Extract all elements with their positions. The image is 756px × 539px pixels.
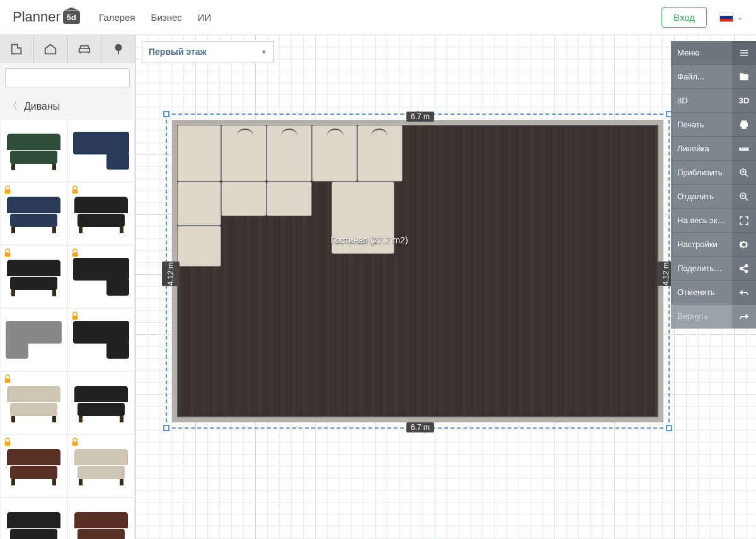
menu-item-label: Настройки <box>671 240 732 249</box>
tab-rooms[interactable] <box>0 35 34 63</box>
menu-item-zoom-in[interactable]: Приблизить <box>671 161 756 185</box>
menu-item-label: Приблизить <box>671 168 732 177</box>
login-button[interactable]: Вход <box>662 7 707 28</box>
menu-item-label: Отдалить <box>671 192 732 201</box>
tree-icon <box>112 42 125 56</box>
menu-item-label: На весь экран <box>671 216 732 225</box>
chevron-left-icon: 〈 <box>8 100 18 113</box>
category-back[interactable]: 〈 Диваны <box>0 93 135 119</box>
catalog-item[interactable] <box>0 245 67 308</box>
nav-gallery[interactable]: Галерея <box>99 12 135 23</box>
3d-icon: 3D <box>732 89 756 113</box>
ruler-icon <box>732 137 756 161</box>
floor-selector[interactable]: Первый этаж ▼ <box>142 41 274 62</box>
right-menu: Меню Файл...3D3DПечатьЛинейкаПриблизитьО… <box>671 41 756 328</box>
menu-item-label: Печать <box>671 120 732 129</box>
redo-icon <box>732 304 756 328</box>
nav-business[interactable]: Бизнес <box>151 12 182 23</box>
logo-text: Planner <box>13 9 60 25</box>
catalog-item[interactable] <box>67 371 135 434</box>
dimension-left: 4.12 m <box>162 262 180 286</box>
zoom-out-icon <box>732 185 756 209</box>
tool-tabs <box>0 35 135 63</box>
catalog-item[interactable] <box>0 497 67 539</box>
category-title: Диваны <box>24 101 60 112</box>
menu-item-label: 3D <box>671 96 732 105</box>
catalog-item[interactable] <box>67 308 135 371</box>
svg-rect-1 <box>118 50 119 54</box>
dimension-bottom: 6.7 m <box>406 422 434 432</box>
menu-item-redo: Вернуть <box>671 304 756 328</box>
room-icon <box>9 42 23 56</box>
zoom-in-icon <box>732 161 756 185</box>
menu-item-label: Поделиться... <box>671 264 732 273</box>
catalog-item[interactable] <box>0 119 67 182</box>
catalog-item[interactable] <box>0 308 67 371</box>
chevron-down-icon: ⌄ <box>737 13 743 21</box>
menu-item-undo[interactable]: Отменить <box>671 281 756 304</box>
menu-header[interactable]: Меню <box>671 41 756 65</box>
catalog-item[interactable] <box>67 182 135 245</box>
search-box[interactable] <box>5 68 130 88</box>
menu-item-ruler[interactable]: Линейка <box>671 137 756 161</box>
catalog-grid <box>0 119 135 539</box>
canvas-area[interactable]: Первый этаж ▼ Гостиная (27.7 m2) 6.7 m 6… <box>135 35 756 539</box>
menu-item-zoom-out[interactable]: Отдалить <box>671 185 756 209</box>
nav-ai[interactable]: ИИ <box>198 12 212 23</box>
tab-furniture[interactable] <box>68 35 102 63</box>
hamburger-icon <box>732 41 756 65</box>
placed-sofa[interactable] <box>177 125 404 267</box>
catalog-item[interactable] <box>67 245 135 308</box>
menu-item-label: Линейка <box>671 144 732 153</box>
dimension-top: 6.7 m <box>406 112 434 122</box>
left-sidebar: 〈 Диваны <box>0 35 135 539</box>
menu-item-share[interactable]: Поделиться... <box>671 257 756 281</box>
dropdown-icon: ▼ <box>261 49 267 55</box>
tab-exterior[interactable] <box>101 35 135 63</box>
logo-badge: 5d <box>63 11 80 24</box>
catalog-item[interactable] <box>67 497 135 539</box>
svg-point-0 <box>115 43 122 50</box>
undo-icon <box>732 281 756 304</box>
menu-item-fullscreen[interactable]: На весь экран <box>671 209 756 233</box>
menu-item-label: Вернуть <box>671 311 732 321</box>
language-selector[interactable]: ⌄ <box>719 13 743 22</box>
menu-item-gear[interactable]: Настройки <box>671 233 756 257</box>
menu-header-label: Меню <box>671 48 732 57</box>
print-icon <box>732 113 756 137</box>
catalog-item[interactable] <box>67 434 135 497</box>
folder-icon <box>732 65 756 89</box>
catalog-item[interactable] <box>67 119 135 182</box>
catalog-item[interactable] <box>0 434 67 497</box>
floor-selector-label: Первый этаж <box>149 47 207 57</box>
sofa-icon <box>77 42 91 56</box>
flag-icon <box>719 13 733 22</box>
menu-item-folder[interactable]: Файл... <box>671 65 756 89</box>
fullscreen-icon <box>732 209 756 233</box>
gear-icon <box>732 233 756 257</box>
svg-rect-11 <box>740 147 749 150</box>
catalog-item[interactable] <box>0 182 67 245</box>
logo[interactable]: Planner 5d <box>13 9 80 25</box>
search-input[interactable] <box>14 73 125 83</box>
menu-item-3d[interactable]: 3D3D <box>671 89 756 113</box>
share-icon <box>732 257 756 281</box>
room-label: Гостиная (27.7 m2) <box>331 235 408 245</box>
menu-item-label: Файл... <box>671 72 732 81</box>
menu-item-print[interactable]: Печать <box>671 113 756 137</box>
menu-item-label: Отменить <box>671 287 732 297</box>
house-icon <box>43 42 57 56</box>
catalog-item[interactable] <box>0 371 67 434</box>
app-header: Planner 5d Галерея Бизнес ИИ Вход ⌄ <box>0 0 756 35</box>
tab-construction[interactable] <box>34 35 68 63</box>
